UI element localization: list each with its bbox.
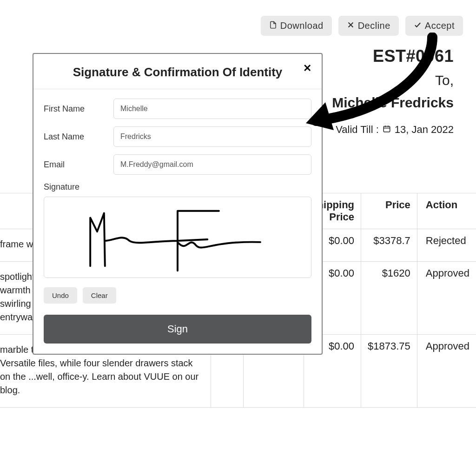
- valid-till: Valid Till : 13, Jan 2022: [336, 124, 454, 136]
- accept-button[interactable]: Accept: [405, 16, 463, 36]
- last-name-input[interactable]: [113, 126, 311, 147]
- modal-header: Signature & Confirmation Of Identity ✕: [33, 54, 322, 89]
- decline-button[interactable]: Decline: [338, 16, 399, 36]
- calendar-icon: [383, 124, 391, 136]
- estimate-number: EST#0061: [332, 46, 454, 66]
- modal-title: Signature & Confirmation Of Identity: [44, 65, 311, 79]
- accept-label: Accept: [425, 20, 455, 31]
- item-price: $1873.75: [361, 335, 417, 408]
- download-label: Download: [280, 20, 324, 31]
- first-name-label: First Name: [44, 104, 113, 114]
- clear-button[interactable]: Clear: [83, 287, 116, 304]
- last-name-label: Last Name: [44, 132, 113, 142]
- item-price: $3378.7: [361, 229, 417, 262]
- signature-label: Signature: [44, 182, 311, 192]
- signature-actions: Undo Clear: [44, 287, 311, 304]
- signature-pad[interactable]: [44, 197, 311, 278]
- email-input[interactable]: [113, 154, 311, 175]
- last-name-row: Last Name: [44, 126, 311, 147]
- first-name-input[interactable]: [113, 99, 311, 119]
- signature-modal: Signature & Confirmation Of Identity ✕ F…: [33, 53, 323, 355]
- download-button[interactable]: Download: [261, 16, 332, 36]
- svg-rect-2: [383, 126, 390, 132]
- item-action: Approved: [417, 262, 476, 335]
- undo-button[interactable]: Undo: [44, 287, 77, 304]
- col-action: Action: [417, 193, 476, 229]
- modal-close-button[interactable]: ✕: [303, 62, 311, 74]
- first-name-row: First Name: [44, 99, 311, 119]
- item-action: Rejected: [417, 229, 476, 262]
- action-toolbar: Download Decline Accept: [261, 16, 463, 36]
- download-icon: [269, 20, 277, 31]
- customer-name: Michelle Fredricks: [332, 95, 454, 111]
- email-row: Email: [44, 154, 311, 175]
- signature-drawing: [44, 197, 311, 278]
- sign-button[interactable]: Sign: [44, 315, 311, 344]
- decline-label: Decline: [358, 20, 390, 31]
- check-icon: [414, 20, 422, 31]
- modal-body: First Name Last Name Email Signature Und…: [33, 89, 322, 354]
- email-label: Email: [44, 160, 113, 170]
- valid-till-date: 13, Jan 2022: [395, 124, 454, 136]
- col-price: Price: [361, 193, 417, 229]
- estimate-header: EST#0061 To, Michelle Fredricks Valid Ti…: [332, 46, 454, 136]
- valid-till-label: Valid Till :: [336, 124, 379, 136]
- to-label: To,: [332, 73, 454, 88]
- close-icon: [347, 20, 355, 31]
- item-action: Approved: [417, 335, 476, 408]
- item-price: $1620: [361, 262, 417, 335]
